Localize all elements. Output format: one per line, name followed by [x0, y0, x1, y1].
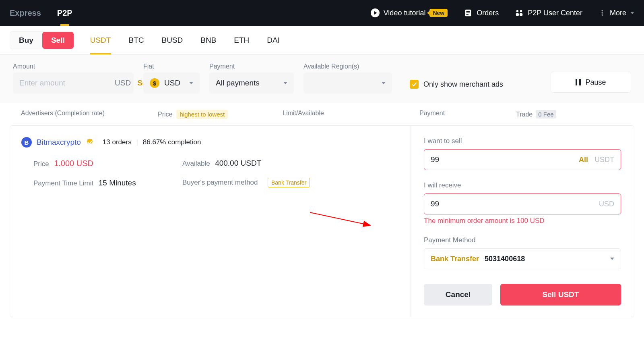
sub-nav: Buy Sell USDT BTC BUSD BNB ETH DAI — [0, 26, 644, 55]
fee-badge: 0 Fee — [536, 110, 556, 118]
buy-sell-toggle: Buy Sell — [10, 31, 74, 49]
fiat-select[interactable]: $ USD — [143, 73, 200, 94]
fiat-label: Fiat — [143, 63, 200, 70]
svg-point-9 — [601, 10, 603, 11]
sell-form: I want to sell All USDT I will receive U… — [411, 126, 634, 317]
user-center-icon — [515, 8, 524, 17]
tab-p2p[interactable]: P2P — [57, 8, 72, 18]
svg-rect-12 — [576, 79, 577, 85]
error-message: The minimum order amount is 100 USD — [424, 217, 621, 225]
svg-rect-4 — [466, 14, 469, 15]
fiat-value: USD — [164, 79, 184, 87]
cancel-button[interactable]: Cancel — [424, 284, 492, 306]
time-limit-label: Payment Time Limit — [33, 179, 93, 187]
orders-icon — [464, 8, 473, 17]
pause-icon — [576, 79, 581, 85]
sell-unit: USDT — [594, 156, 614, 164]
amount-input[interactable] — [19, 79, 115, 87]
merchant-only-toggle[interactable]: Only show merchant ads — [410, 80, 503, 89]
payment-select[interactable]: All payments — [209, 73, 294, 94]
payment-label: Payment — [209, 63, 294, 70]
video-tutorial-link[interactable]: Video tutorial New — [371, 8, 448, 17]
advertiser-row: B Bitmaxcrypto 13 orders | 86.67% comple… — [21, 137, 399, 148]
orders-label: Orders — [477, 9, 499, 17]
sell-amount-label: I want to sell — [424, 137, 621, 145]
buyer-pm-chip: Bank Transfer — [268, 178, 310, 187]
more-label: More — [610, 9, 626, 17]
receive-label: I will receive — [424, 181, 621, 189]
user-center-link[interactable]: P2P User Center — [515, 8, 582, 17]
filter-payment: Payment All payments — [209, 63, 294, 94]
th-price: Price highest to lowest — [158, 110, 283, 119]
advertiser-orders: 13 orders — [103, 138, 132, 146]
svg-rect-8 — [520, 13, 522, 16]
sell-button[interactable]: Sell — [42, 32, 74, 49]
coin-tab-bnb[interactable]: BNB — [200, 36, 216, 45]
svg-point-6 — [520, 10, 522, 12]
price-label: Price — [33, 160, 49, 168]
svg-rect-13 — [579, 79, 581, 85]
svg-rect-7 — [516, 13, 519, 16]
chevron-down-icon — [382, 82, 386, 84]
verified-icon — [86, 138, 94, 146]
svg-point-11 — [601, 15, 603, 16]
top-nav: Express P2P Video tutorial New Orders P2… — [0, 0, 644, 26]
offer-card: B Bitmaxcrypto 13 orders | 86.67% comple… — [10, 125, 634, 317]
coin-tab-btc[interactable]: BTC — [128, 36, 144, 45]
chevron-down-icon — [630, 12, 634, 14]
tab-express[interactable]: Express — [10, 8, 41, 18]
more-menu[interactable]: More — [599, 8, 634, 17]
th-payment: Payment — [419, 110, 516, 119]
available-label: Available — [182, 160, 210, 168]
user-center-label: P2P User Center — [528, 9, 582, 17]
all-button[interactable]: All — [579, 156, 588, 164]
chevron-down-icon — [283, 82, 287, 84]
pause-label: Pause — [585, 78, 606, 87]
svg-point-10 — [601, 12, 603, 14]
payment-method-select[interactable]: Bank Transfer 5031400618 — [424, 248, 621, 269]
filter-amount: Amount USD Search — [13, 63, 134, 94]
chevron-down-icon — [189, 82, 193, 84]
svg-point-5 — [516, 10, 519, 12]
price-value: 1.000 USD — [54, 159, 93, 168]
receive-input[interactable] — [431, 200, 599, 208]
amount-label: Amount — [13, 63, 134, 70]
orders-link[interactable]: Orders — [464, 8, 499, 17]
filter-fiat: Fiat $ USD — [143, 63, 200, 94]
coin-tab-busd[interactable]: BUSD — [161, 36, 183, 45]
svg-rect-2 — [466, 11, 470, 12]
th-advertisers: Advertisers (Completion rate) — [21, 110, 158, 119]
buy-button[interactable]: Buy — [10, 32, 42, 49]
advertiser-name[interactable]: Bitmaxcrypto — [37, 138, 81, 147]
sell-submit-button[interactable]: Sell USDT — [500, 284, 621, 306]
coin-tab-eth[interactable]: ETH — [234, 36, 249, 45]
sell-amount-input[interactable] — [431, 155, 579, 164]
advertiser-completion: 86.67% completion — [143, 138, 201, 146]
sort-badge[interactable]: highest to lowest — [176, 110, 228, 119]
coin-tab-usdt[interactable]: USDT — [90, 36, 111, 45]
advertiser-avatar: B — [21, 137, 32, 148]
filter-row: Amount USD Search Fiat $ USD Payment All… — [0, 55, 644, 103]
sell-amount-field: All USDT — [424, 149, 621, 170]
table-header: Advertisers (Completion rate) Price high… — [0, 103, 644, 125]
play-icon — [371, 8, 380, 17]
pause-button[interactable]: Pause — [551, 72, 631, 93]
region-select[interactable] — [303, 73, 392, 94]
pm-name: Bank Transfer — [431, 255, 479, 263]
coin-tabs: USDT BTC BUSD BNB ETH DAI — [90, 36, 280, 45]
checkbox-checked-icon — [410, 80, 419, 89]
amount-field: USD Search — [13, 73, 134, 94]
region-label: Available Region(s) — [303, 63, 392, 70]
more-dots-icon — [599, 8, 606, 17]
th-trade: Trade 0 Fee — [516, 110, 556, 119]
coin-tab-dai[interactable]: DAI — [267, 36, 280, 45]
video-tutorial-label: Video tutorial — [384, 9, 426, 17]
receive-unit: USD — [599, 200, 614, 208]
offer-details: B Bitmaxcrypto 13 orders | 86.67% comple… — [10, 126, 411, 317]
amount-unit: USD — [115, 79, 131, 87]
new-badge: New — [429, 9, 448, 17]
receive-field: USD — [424, 193, 621, 214]
dollar-icon: $ — [150, 78, 159, 88]
buyer-pm-label: Buyer's payment method — [182, 179, 258, 187]
available-value: 400.00 USDT — [215, 159, 261, 167]
